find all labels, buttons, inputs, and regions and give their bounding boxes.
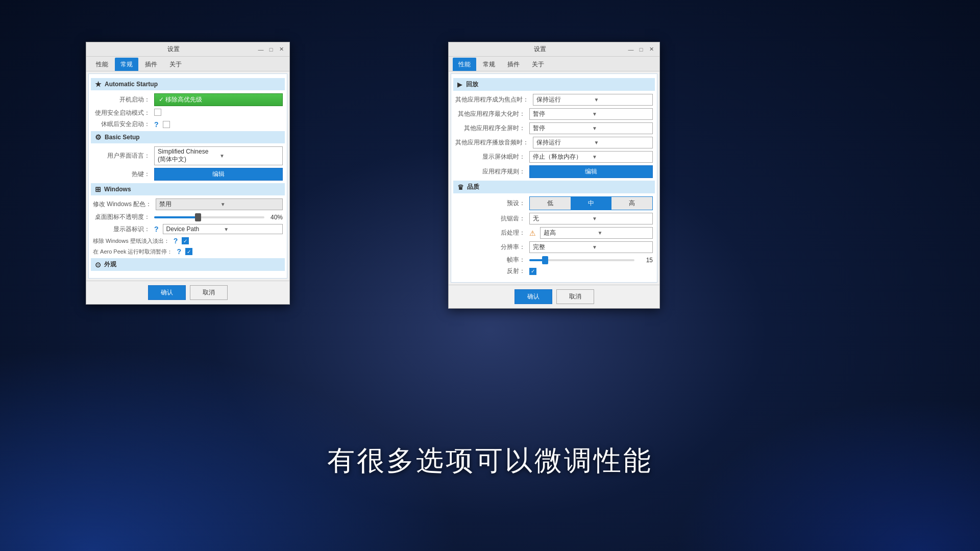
maximize-button-left[interactable]: □	[267, 45, 275, 54]
quality-preset-bar: 低 中 高	[529, 196, 653, 210]
dialog-right: 设置 — □ ✕ 性能 常规 插件 关于 ▶ 回放 其他应用程序成为焦点时： 保…	[448, 42, 660, 309]
startup-button-label: ✓ 移除高优先级	[159, 95, 202, 104]
focus-control: 保持运行 ▼	[533, 94, 653, 106]
framerate-control: 15	[529, 257, 653, 264]
color-control: 禁用 ▼	[156, 198, 283, 210]
maximize-button-right[interactable]: □	[637, 45, 645, 54]
startup-label: 开机启动：	[93, 95, 154, 104]
tab-performance-left[interactable]: 性能	[90, 58, 114, 71]
maximize-dropdown-arrow: ▼	[592, 111, 649, 117]
fullscreen-dropdown[interactable]: 暂停 ▼	[529, 122, 653, 134]
safe-mode-control	[154, 109, 283, 117]
fullscreen-value: 暂停	[533, 124, 590, 133]
display-row: 显示器标识： ? Device Path ▼	[93, 224, 283, 234]
opacity-slider-track[interactable]	[154, 216, 264, 218]
framerate-slider-container: 15	[529, 257, 653, 264]
antialiasing-row: 抗锯齿： 无 ▼	[455, 213, 653, 224]
hotkey-row: 热键： 编辑	[93, 168, 283, 181]
opacity-slider-fill	[154, 216, 198, 218]
focus-dropdown[interactable]: 保持运行 ▼	[533, 94, 653, 106]
framerate-value: 15	[638, 257, 653, 264]
tab-performance-right[interactable]: 性能	[453, 58, 476, 71]
confirm-button-left[interactable]: 确认	[148, 285, 186, 300]
resolution-control: 完整 ▼	[529, 241, 653, 253]
postprocess-control: ⚠ 超高 ▼	[529, 227, 653, 239]
maximize-label: 其他应用程序最大化时：	[455, 110, 529, 118]
tab-bar-left: 性能 常规 插件 关于	[86, 57, 289, 71]
audio-dropdown-arrow: ▼	[594, 140, 650, 145]
tab-about-left[interactable]: 关于	[164, 58, 187, 71]
sleep-safe-help-icon[interactable]: ?	[154, 120, 159, 129]
quality-low-button[interactable]: 低	[530, 197, 571, 210]
minimize-button-left[interactable]: —	[257, 45, 265, 54]
opacity-row: 桌面图标不透明度： 40%	[93, 213, 283, 221]
framerate-slider-track[interactable]	[529, 259, 634, 261]
language-dropdown-arrow: ▼	[219, 153, 279, 159]
language-label: 用户界面语言：	[93, 152, 154, 160]
focus-row: 其他应用程序成为焦点时： 保持运行 ▼	[455, 94, 653, 106]
preset-row: 预设： 低 中 高	[455, 196, 653, 210]
section-basic-setup-label: Basic Setup	[105, 134, 140, 141]
confirm-button-right[interactable]: 确认	[514, 289, 552, 304]
tab-plugins-right[interactable]: 插件	[502, 58, 525, 71]
dialog-left-footer: 确认 取消	[86, 281, 289, 304]
audio-row: 其他应用程序播放音频时： 保持运行 ▼	[455, 137, 653, 148]
display-help-icon[interactable]: ?	[154, 225, 159, 233]
safe-mode-checkbox[interactable]	[154, 109, 161, 116]
antialiasing-dropdown[interactable]: 无 ▼	[529, 213, 653, 224]
language-dropdown[interactable]: Simplified Chinese (简体中文) ▼	[154, 146, 283, 165]
cancel-button-right[interactable]: 取消	[556, 289, 594, 304]
rules-button[interactable]: 编辑	[529, 165, 653, 178]
sleep-safe-row: 休眠后安全启动： ?	[93, 120, 283, 129]
warning-icon: ⚠	[529, 229, 536, 237]
reflection-checkbox[interactable]: ✓	[529, 268, 536, 275]
rules-control: 编辑	[529, 165, 653, 178]
section-playback: ▶ 回放	[453, 78, 655, 91]
cancel-button-left[interactable]: 取消	[190, 285, 228, 300]
color-dropdown[interactable]: 禁用 ▼	[156, 198, 283, 210]
hotkey-control: 编辑	[154, 168, 283, 181]
audio-dropdown[interactable]: 保持运行 ▼	[533, 137, 653, 148]
fullscreen-label: 其他应用程序全屏时：	[455, 124, 529, 133]
display-sleep-dropdown[interactable]: 停止（释放内存） ▼	[529, 151, 653, 163]
reflection-row: 反射： ✓	[455, 267, 653, 276]
focus-value: 保持运行	[536, 95, 592, 104]
star-icon: ★	[95, 80, 102, 88]
tab-general-left[interactable]: 常规	[115, 58, 138, 71]
close-button-left[interactable]: ✕	[277, 45, 285, 54]
color-value: 禁用	[159, 200, 218, 209]
close-button-right[interactable]: ✕	[647, 45, 655, 54]
resolution-dropdown[interactable]: 完整 ▼	[529, 241, 653, 253]
hotkey-button[interactable]: 编辑	[154, 168, 283, 181]
aero-help-icon[interactable]: ?	[177, 247, 181, 256]
aero-checkbox[interactable]: ✓	[185, 248, 192, 255]
wallpaper-checkbox[interactable]: ✓	[182, 237, 189, 244]
startup-row: 开机启动： ✓ 移除高优先级	[93, 93, 283, 106]
reflection-control: ✓	[529, 267, 653, 275]
dialog-left-content: ★ Automatic Startup 开机启动： ✓ 移除高优先级 使用安全启…	[88, 73, 287, 279]
tab-plugins-left[interactable]: 插件	[139, 58, 163, 71]
section-windows: ⊞ Windows	[91, 183, 285, 195]
preset-label: 预设：	[455, 199, 529, 208]
tab-general-right[interactable]: 常规	[477, 58, 501, 71]
postprocess-dropdown[interactable]: 超高 ▼	[540, 227, 653, 239]
quality-mid-button[interactable]: 中	[571, 197, 611, 210]
language-control: Simplified Chinese (简体中文) ▼	[154, 146, 283, 165]
appearance-icon: ⊙	[95, 261, 101, 269]
minimize-button-right[interactable]: —	[627, 45, 635, 54]
dialog-left-title: 设置	[90, 45, 257, 54]
fullscreen-dropdown-arrow: ▼	[592, 126, 649, 131]
wallpaper-help-icon[interactable]: ?	[174, 237, 178, 245]
opacity-slider-thumb[interactable]	[195, 213, 201, 221]
section-appearance-label: 外观	[104, 260, 116, 269]
maximize-dropdown[interactable]: 暂停 ▼	[529, 108, 653, 120]
maximize-value: 暂停	[533, 110, 590, 118]
framerate-label: 帧率：	[455, 256, 529, 264]
startup-button[interactable]: ✓ 移除高优先级	[154, 93, 283, 106]
sleep-safe-checkbox[interactable]	[163, 121, 170, 128]
display-dropdown[interactable]: Device Path ▼	[163, 224, 283, 234]
section-automatic-startup-label: Automatic Startup	[105, 81, 158, 88]
framerate-slider-thumb[interactable]	[542, 256, 548, 264]
quality-high-button[interactable]: 高	[611, 197, 652, 210]
tab-about-right[interactable]: 关于	[526, 58, 550, 71]
